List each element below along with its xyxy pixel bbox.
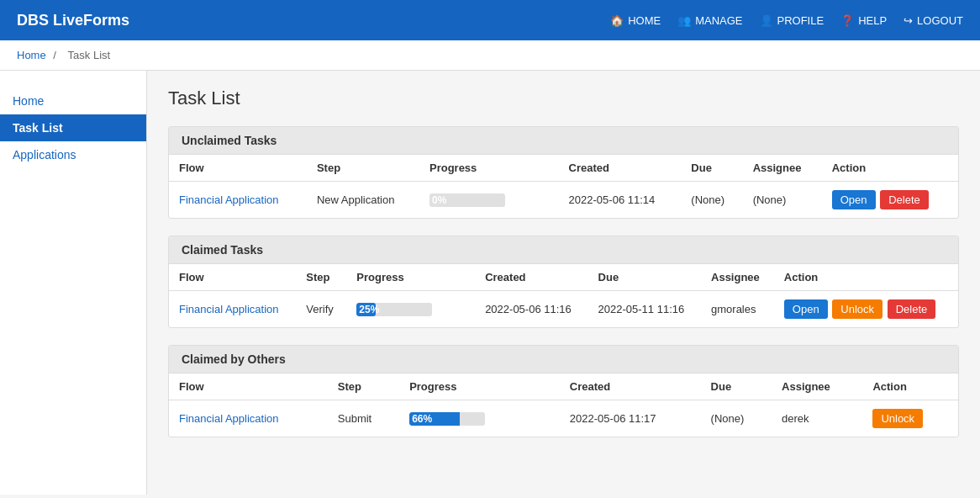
sidebar: Home Task List Applications xyxy=(0,71,147,495)
claimed-table: Flow Step Progress Created Due Assignee … xyxy=(169,264,958,327)
flow-link-others-0[interactable]: Financial Application xyxy=(179,412,279,425)
due-claimed-0: 2022-05-11 11:16 xyxy=(588,291,701,328)
due-others-0: (None) xyxy=(701,400,772,437)
actions-others-0: Unlock xyxy=(862,400,958,437)
actions-unclaimed-0: Open Delete xyxy=(822,182,958,219)
flow-link-claimed-0[interactable]: Financial Application xyxy=(179,303,279,315)
step-others-0: Submit xyxy=(328,400,399,437)
col-flow-unclaimed: Flow xyxy=(169,155,307,182)
claimed-others-section: Claimed by Others Flow Step Progress Cre… xyxy=(168,345,959,437)
nav-help[interactable]: ❓ HELP xyxy=(840,14,887,27)
flow-link-unclaimed-0[interactable]: Financial Application xyxy=(179,193,279,206)
breadcrumb: Home / Task List xyxy=(0,40,980,71)
manage-icon: 👥 xyxy=(677,14,691,27)
unclaimed-header: Unclaimed Tasks xyxy=(169,127,958,155)
progress-unclaimed-0: 0% xyxy=(419,182,559,219)
col-created-claimed: Created xyxy=(475,264,587,291)
col-assignee-unclaimed: Assignee xyxy=(743,155,822,182)
home-icon: 🏠 xyxy=(610,14,624,27)
open-button-claimed-0[interactable]: Open xyxy=(784,299,828,319)
claimed-others-header: Claimed by Others xyxy=(169,346,958,374)
main-content: Task List Unclaimed Tasks Flow Step Prog… xyxy=(147,71,980,495)
page-title: Task List xyxy=(168,87,959,109)
created-others-0: 2022-05-06 11:17 xyxy=(560,400,701,437)
header: DBS LiveForms 🏠 HOME 👥 MANAGE 👤 PROFILE … xyxy=(0,0,980,40)
delete-button-claimed-0[interactable]: Delete xyxy=(888,299,936,319)
delete-button-unclaimed-0[interactable]: Delete xyxy=(880,190,929,209)
claimed-tasks-section: Claimed Tasks Flow Step Progress Created… xyxy=(168,236,959,328)
unclaimed-table: Flow Step Progress Created Due Assignee … xyxy=(169,155,958,218)
profile-icon: 👤 xyxy=(760,14,773,27)
actions-claimed-0: Open Unlock Delete xyxy=(774,291,958,328)
col-assignee-others: Assignee xyxy=(772,374,862,400)
step-claimed-0: Verify xyxy=(296,291,346,328)
brand-title: DBS LiveForms xyxy=(17,12,129,29)
breadcrumb-current: Task List xyxy=(68,49,111,61)
claimed-header: Claimed Tasks xyxy=(169,236,958,264)
col-step-unclaimed: Step xyxy=(307,155,419,182)
main-layout: Home Task List Applications Task List Un… xyxy=(0,71,980,495)
assignee-others-0: derek xyxy=(772,400,862,437)
col-due-unclaimed: Due xyxy=(681,155,742,182)
assignee-claimed-0: gmorales xyxy=(701,291,774,328)
created-unclaimed-0: 2022-05-06 11:14 xyxy=(559,182,682,219)
col-created-unclaimed: Created xyxy=(559,155,682,182)
unclaimed-tasks-section: Unclaimed Tasks Flow Step Progress Creat… xyxy=(168,126,959,219)
step-unclaimed-0: New Application xyxy=(307,182,419,219)
nav-profile[interactable]: 👤 PROFILE xyxy=(760,14,825,27)
logout-icon: ↪ xyxy=(904,14,913,27)
col-step-claimed: Step xyxy=(296,264,346,291)
col-progress-others: Progress xyxy=(399,374,560,400)
table-row: Financial Application Verify 25% xyxy=(169,291,958,328)
progress-claimed-0: 25% xyxy=(346,291,475,328)
header-nav: 🏠 HOME 👥 MANAGE 👤 PROFILE ❓ HELP ↪ LOGOU… xyxy=(610,14,963,27)
assignee-unclaimed-0: (None) xyxy=(743,182,822,219)
breadcrumb-separator: / xyxy=(53,49,56,61)
col-action-claimed: Action xyxy=(774,264,958,291)
sidebar-item-task-list[interactable]: Task List xyxy=(0,114,146,141)
col-action-unclaimed: Action xyxy=(822,155,958,182)
due-unclaimed-0: (None) xyxy=(681,182,742,219)
col-action-others: Action xyxy=(862,374,958,400)
table-row: Financial Application Submit 66% xyxy=(169,400,958,437)
unlock-button-others-0[interactable]: Unlock xyxy=(872,409,923,428)
col-progress-unclaimed: Progress xyxy=(419,155,559,182)
col-due-claimed: Due xyxy=(588,264,701,291)
sidebar-item-applications[interactable]: Applications xyxy=(0,141,146,168)
col-flow-claimed: Flow xyxy=(169,264,296,291)
col-due-others: Due xyxy=(701,374,772,400)
nav-logout[interactable]: ↪ LOGOUT xyxy=(904,14,963,27)
unlock-button-claimed-0[interactable]: Unlock xyxy=(832,299,883,319)
breadcrumb-home-link[interactable]: Home xyxy=(17,49,46,61)
sidebar-item-home[interactable]: Home xyxy=(0,87,146,114)
col-progress-claimed: Progress xyxy=(346,264,475,291)
nav-manage[interactable]: 👥 MANAGE xyxy=(677,14,742,27)
progress-others-0: 66% xyxy=(399,400,560,437)
col-created-others: Created xyxy=(560,374,701,400)
created-claimed-0: 2022-05-06 11:16 xyxy=(475,291,587,328)
table-row: Financial Application New Application 0% xyxy=(169,182,958,219)
nav-home[interactable]: 🏠 HOME xyxy=(610,14,661,27)
col-assignee-claimed: Assignee xyxy=(701,264,774,291)
claimed-others-table: Flow Step Progress Created Due Assignee … xyxy=(169,374,958,437)
open-button-unclaimed-0[interactable]: Open xyxy=(832,190,876,209)
help-icon: ❓ xyxy=(840,14,854,27)
col-flow-others: Flow xyxy=(169,374,328,400)
col-step-others: Step xyxy=(328,374,399,400)
